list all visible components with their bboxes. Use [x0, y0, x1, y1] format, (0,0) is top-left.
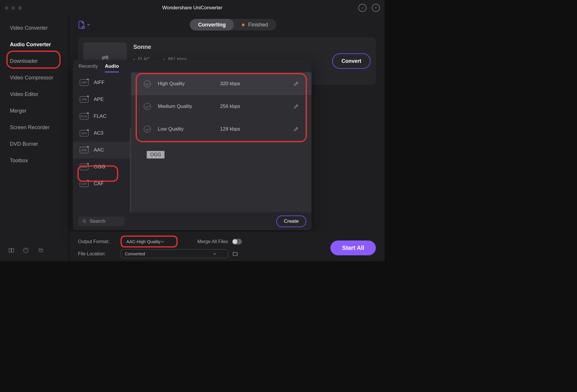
sidebar-item-audio-converter[interactable]: Audio Converter: [0, 36, 69, 53]
file-location-value: Converted: [125, 251, 145, 256]
svg-point-2: [41, 249, 43, 250]
titlebar: Wondershare UniConverter: [0, 0, 385, 16]
format-list: AIFFAIFF APEAPE FLACFLAC AC3AC3 AACAAC O…: [73, 72, 131, 212]
quality-row-medium[interactable]: Medium Quality 256 kbps: [131, 95, 311, 118]
quality-list: High Quality 320 kbps Medium Quality 256…: [131, 72, 311, 212]
format-badge-icon: APE: [80, 96, 89, 103]
quality-select-icon: [144, 103, 151, 110]
format-label: OGG: [94, 164, 105, 170]
quality-row-high[interactable]: High Quality 320 kbps: [131, 72, 311, 95]
file-title: Sonne: [133, 44, 187, 50]
sidebar-item-downloader[interactable]: Downloader: [0, 53, 69, 70]
add-file-button[interactable]: [78, 21, 90, 29]
format-label: CAF: [94, 181, 104, 187]
format-badge-icon: OGG: [80, 164, 89, 170]
output-format-label: Output Format:: [78, 239, 116, 244]
quality-name: High Quality: [158, 81, 213, 87]
feedback-icon[interactable]: [372, 4, 380, 12]
tab-finished-label: Finished: [248, 22, 268, 28]
output-format-value: AAC-High Quality: [126, 239, 161, 244]
format-popup: Recently Audio AIFFAIFF APEAPE FLACFLAC …: [73, 60, 311, 230]
output-format-select[interactable]: AAC-High Quality: [122, 237, 176, 246]
minimize-window-button[interactable]: [11, 6, 15, 10]
search-placeholder: Search: [90, 218, 105, 224]
help-icon[interactable]: [23, 247, 29, 254]
ogg-tooltip: OGG: [147, 151, 164, 158]
format-badge-icon: AC3: [80, 130, 89, 136]
convert-button[interactable]: Convert: [332, 54, 371, 69]
maximize-window-button[interactable]: [18, 6, 22, 10]
window-controls: [5, 6, 22, 10]
format-label: FLAC: [94, 113, 106, 119]
tab-converting-label: Converting: [198, 22, 226, 28]
popup-tab-recently[interactable]: Recently: [79, 63, 98, 72]
status-tabs: Converting Finished: [190, 19, 276, 31]
edit-icon[interactable]: [293, 104, 299, 109]
tab-finished[interactable]: Finished: [234, 19, 276, 31]
account-icon[interactable]: [358, 4, 367, 12]
edit-icon[interactable]: [293, 81, 299, 86]
main-panel: Converting Finished Sonne FLAC 861 kbps …: [69, 16, 385, 261]
format-badge-icon: AAC: [80, 147, 89, 153]
open-folder-icon[interactable]: [232, 251, 238, 257]
file-location-label: File Location:: [78, 251, 116, 256]
popup-tab-audio[interactable]: Audio: [105, 63, 119, 72]
quality-row-low[interactable]: Low Quality 128 kbps: [131, 118, 311, 140]
format-badge-icon: CAF: [80, 181, 89, 187]
merge-all-toggle[interactable]: [232, 239, 242, 245]
sidebar-item-screen-recorder[interactable]: Screen Recorder: [0, 119, 69, 136]
start-all-button[interactable]: Start All: [330, 240, 376, 255]
finished-indicator-dot: [242, 24, 245, 26]
sidebar-item-dvd-burner[interactable]: DVD Burner: [0, 136, 69, 152]
bottom-bar: Output Format: AAC-High Quality Merge Al…: [69, 231, 385, 261]
search-input[interactable]: Search: [78, 217, 125, 226]
svg-point-1: [39, 249, 41, 250]
sidebar: Video Converter Audio Converter Download…: [0, 16, 69, 261]
quality-select-icon: [144, 126, 151, 133]
file-location-select[interactable]: Converted: [121, 249, 228, 258]
sidebar-item-video-converter[interactable]: Video Converter: [0, 20, 69, 36]
sidebar-item-video-compressor[interactable]: Video Compressor: [0, 70, 69, 86]
edit-icon[interactable]: [293, 126, 299, 132]
format-item-ac3[interactable]: AC3AC3: [73, 125, 131, 142]
format-item-ape[interactable]: APEAPE: [73, 91, 131, 108]
annotation-highlight: AAC-High Quality: [121, 236, 178, 247]
format-item-aac[interactable]: AACAAC: [73, 142, 131, 158]
format-item-aiff[interactable]: AIFFAIFF: [73, 74, 131, 91]
format-label: AAC: [94, 147, 104, 153]
guide-icon[interactable]: [8, 247, 15, 254]
svg-point-4: [83, 220, 85, 222]
format-badge-icon: FLAC: [80, 113, 89, 120]
merge-all-label: Merge All Files: [197, 239, 228, 244]
quality-select-icon: [144, 80, 151, 87]
app-title: Wondershare UniConverter: [162, 5, 222, 11]
create-button[interactable]: Create: [276, 215, 306, 227]
close-window-button[interactable]: [5, 6, 8, 10]
format-item-ogg[interactable]: OGGOGG: [73, 158, 131, 175]
tab-converting[interactable]: Converting: [190, 19, 234, 31]
format-label: AC3: [94, 130, 103, 136]
format-label: APE: [94, 97, 104, 102]
sidebar-item-toolbox[interactable]: Toolbox: [0, 152, 69, 169]
format-item-caf[interactable]: CAFCAF: [73, 175, 131, 192]
quality-rate: 320 kbps: [220, 81, 240, 87]
quality-rate: 256 kbps: [220, 104, 240, 109]
format-label: AIFF: [94, 80, 105, 85]
format-item-flac[interactable]: FLACFLAC: [73, 108, 131, 125]
quality-rate: 128 kbps: [220, 126, 240, 132]
quality-name: Low Quality: [158, 126, 213, 132]
community-icon[interactable]: [37, 247, 44, 254]
sidebar-item-video-editor[interactable]: Video Editor: [0, 86, 69, 103]
format-badge-icon: AIFF: [80, 79, 89, 86]
quality-name: Medium Quality: [158, 104, 213, 109]
sidebar-item-merger[interactable]: Merger: [0, 103, 69, 119]
